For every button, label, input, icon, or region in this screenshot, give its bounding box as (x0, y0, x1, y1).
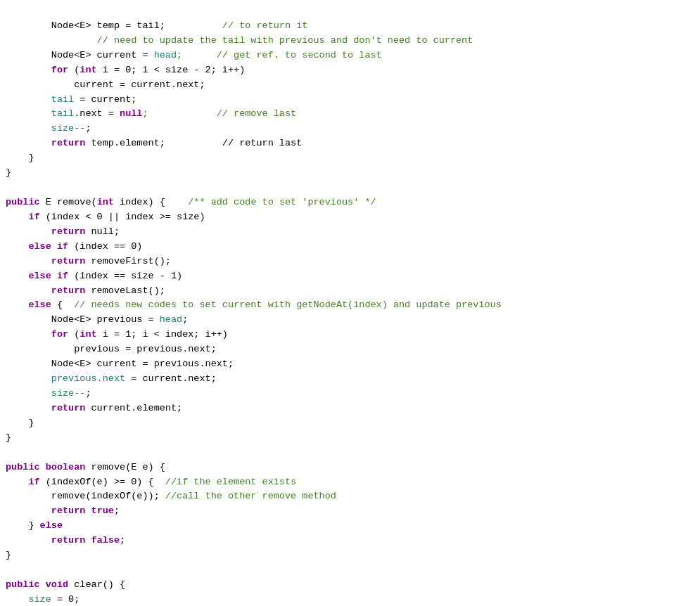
code-line: public boolean remove(E e) { (0, 460, 700, 475)
code-token: = 0; (51, 594, 80, 605)
code-line: current = current.next; (0, 78, 700, 93)
code-token: return (51, 505, 86, 516)
code-token: ; // get ref. to second to last (177, 50, 382, 60)
code-token: return (51, 285, 86, 296)
code-token: = current; (74, 94, 136, 105)
code-line: } (0, 166, 700, 181)
code-token: clear() { (68, 579, 125, 590)
code-line: if (indexOf(e) >= 0) { //if the element … (0, 475, 700, 490)
code-token: null (120, 108, 142, 119)
code-token: void (46, 579, 68, 590)
code-token: head (160, 314, 182, 325)
code-line: size = 0; (0, 593, 700, 606)
code-token: public (6, 462, 40, 472)
code-token: // to return it (165, 20, 308, 31)
code-token: size (28, 594, 51, 605)
code-token (6, 212, 28, 222)
code-token: if (28, 477, 39, 487)
code-token: /** add code to set 'previous' */ (188, 197, 376, 207)
code-token: .next = (74, 108, 120, 119)
code-line: for (int i = 1; i < index; i++) (0, 328, 700, 342)
code-line: previous = previous.next; (0, 342, 700, 357)
code-editor: Node<E> temp = tail; // to return it // … (0, 0, 700, 606)
code-line: if (index < 0 || index >= size) (0, 210, 700, 225)
code-token (6, 271, 28, 281)
code-token: E remove( (40, 197, 97, 207)
code-token: for (51, 65, 68, 75)
code-token: ; (120, 535, 125, 546)
code-token: tail (51, 108, 74, 119)
code-token: ; (85, 388, 91, 399)
code-token (6, 505, 51, 516)
code-token: return (51, 256, 86, 266)
code-line: } (0, 431, 700, 446)
code-line: public void clear() { (0, 578, 700, 593)
code-token: //if the element exists (165, 477, 296, 487)
code-token: } (6, 153, 34, 163)
code-token: public (6, 197, 40, 207)
code-token: temp.element; // return last (85, 138, 302, 148)
code-token (85, 535, 91, 546)
code-token: public (6, 579, 40, 590)
code-line: remove(indexOf(e)); //call the other rem… (0, 489, 700, 504)
code-token: remove(E e) { (85, 462, 165, 472)
code-line: Node<E> temp = tail; // to return it (0, 19, 700, 34)
code-token: ; // remove last (142, 108, 296, 119)
code-token: } (6, 550, 11, 560)
code-token (6, 477, 28, 487)
code-line: Node<E> current = previous.next; (0, 357, 700, 372)
code-line: public E remove(int index) { /** add cod… (0, 195, 700, 210)
code-token: { (51, 299, 74, 310)
code-token (85, 505, 91, 516)
code-line: } (0, 416, 700, 431)
code-line: tail = current; (0, 93, 700, 108)
code-token: current = current.next; (6, 79, 205, 90)
code-token (6, 373, 51, 384)
code-token (40, 462, 46, 472)
code-line: tail.next = null; // remove last (0, 107, 700, 122)
code-token: (indexOf(e) >= 0) { (40, 477, 165, 487)
code-token (6, 388, 51, 399)
code-line: // need to update the tail with previous… (0, 34, 700, 49)
code-token: // needs new codes to set current with g… (74, 299, 502, 310)
code-token: else (28, 299, 51, 310)
code-token (6, 594, 28, 605)
code-token (40, 579, 46, 590)
code-token: previous.next (51, 373, 125, 384)
code-token (6, 226, 51, 237)
code-line: Node<E> current = head; // get ref. to s… (0, 49, 700, 63)
code-token: = current.next; (125, 373, 217, 384)
code-token: i = 1; i < index; i++) (97, 329, 228, 340)
code-token: ; (182, 314, 188, 325)
code-line: } (0, 151, 700, 166)
code-token: true (91, 505, 114, 516)
code-token: ; (114, 505, 120, 516)
code-token: if (28, 212, 39, 222)
code-line (0, 446, 700, 460)
code-token: (index == size - 1) (68, 271, 182, 281)
code-token: else (40, 520, 63, 531)
code-token: Node<E> current = (6, 50, 154, 60)
code-line: return removeLast(); (0, 284, 700, 299)
code-line (0, 563, 700, 578)
code-line: else if (index == 0) (0, 240, 700, 254)
code-line: return current.element; (0, 401, 700, 416)
code-line: return removeFirst(); (0, 254, 700, 269)
code-token: int (97, 197, 114, 207)
code-token: else if (28, 241, 68, 252)
code-token: head (154, 50, 177, 60)
code-token: tail (51, 94, 74, 105)
code-token (6, 123, 51, 134)
code-line: previous.next = current.next; (0, 372, 700, 387)
code-token: size-- (51, 123, 86, 134)
code-token: else if (28, 271, 68, 281)
code-token (6, 108, 51, 119)
code-token: ( (68, 65, 79, 75)
code-line (0, 181, 700, 195)
code-token (6, 299, 28, 310)
code-token: } (6, 418, 34, 428)
code-token (6, 535, 51, 546)
code-token (6, 285, 51, 296)
code-token: removeFirst(); (85, 256, 171, 266)
code-token (6, 329, 51, 340)
